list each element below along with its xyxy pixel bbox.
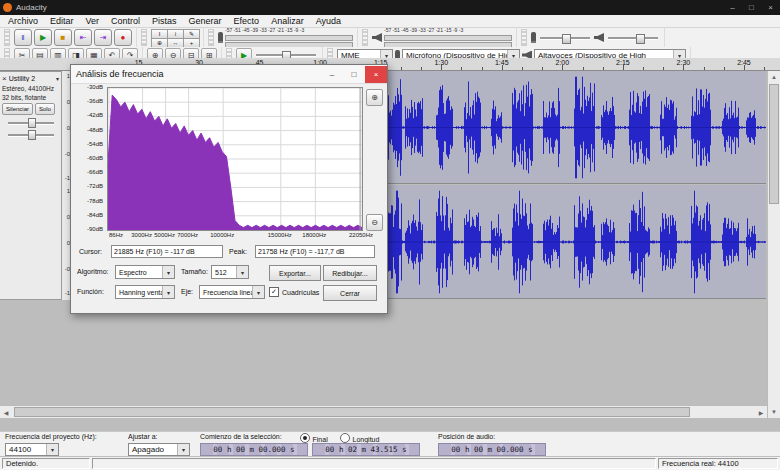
- gain-slider[interactable]: [6, 117, 56, 128]
- playback-meter-body[interactable]: -57 -51 -45 -39 -33 -27 -21 -15 -9 -3: [384, 27, 512, 48]
- x-axis-label: 10000Hz: [210, 232, 234, 238]
- grabber-icon[interactable]: [4, 29, 10, 46]
- selection-start-field[interactable]: 00 h 00 m 00.000 s: [200, 443, 308, 456]
- timeline-label: 2:45: [737, 59, 751, 66]
- project-rate-select[interactable]: 44100▾: [5, 443, 59, 456]
- menu-item-analizar[interactable]: Analizar: [265, 16, 310, 26]
- output-volume-slider[interactable]: [606, 32, 660, 44]
- dialog-close-button[interactable]: ×: [365, 66, 387, 83]
- skip-start-button[interactable]: ⇤: [74, 29, 92, 46]
- chevron-down-icon: ▾: [177, 444, 189, 455]
- vertical-scrollbar[interactable]: ▲ ▼: [767, 71, 780, 418]
- scroll-down-arrow-icon[interactable]: ▼: [768, 406, 780, 418]
- plot-zoom-in-button[interactable]: ⊕: [366, 89, 383, 106]
- horizontal-scroll-thumb[interactable]: [14, 407, 690, 417]
- stop-button[interactable]: ■: [54, 29, 72, 46]
- horizontal-scrollbar[interactable]: ◀ ▶: [0, 405, 767, 418]
- x-axis-label: 18000Hz: [302, 232, 326, 238]
- axis-label: Eje:: [181, 285, 193, 298]
- y-axis-label: -72dB: [87, 183, 103, 190]
- radio-length-icon[interactable]: [340, 433, 350, 443]
- snap-to-select[interactable]: Apagado▾: [128, 443, 190, 456]
- audio-position-field[interactable]: 00 h 00 m 00.000 s: [438, 443, 546, 456]
- radio-length-label: Longitud: [353, 436, 380, 443]
- play-button[interactable]: ▶: [34, 29, 52, 46]
- axis-select[interactable]: Frecuencia lineal▾: [199, 285, 265, 299]
- spectrum-plot[interactable]: [107, 87, 363, 231]
- y-axis-label: -54dB: [87, 141, 103, 148]
- scroll-left-arrow-icon[interactable]: ◀: [0, 406, 12, 418]
- timeline-label: 2:15: [616, 59, 630, 66]
- toolbar-row-1: ‖▶■⇤⇥● I≀✎⊕↔+ -57 -51 -45 -39 -33 -27 -2…: [0, 28, 780, 47]
- chevron-down-icon: ▾: [236, 266, 248, 278]
- menu-item-ver[interactable]: Ver: [80, 16, 106, 26]
- window-title: Audacity: [16, 3, 47, 12]
- input-volume-slider[interactable]: [538, 32, 592, 44]
- window-close-button[interactable]: ×: [761, 0, 780, 15]
- dialog-minimize-button[interactable]: –: [321, 66, 343, 83]
- vertical-scroll-thumb[interactable]: [769, 84, 779, 204]
- track-close-icon[interactable]: ×: [2, 74, 7, 83]
- zoom-tool[interactable]: ⊕: [151, 38, 168, 48]
- grabber-icon[interactable]: [521, 29, 527, 46]
- cursor-label: Cursor:: [79, 245, 102, 258]
- scroll-right-arrow-icon[interactable]: ▶: [755, 406, 767, 418]
- skip-end-button[interactable]: ⇥: [94, 29, 112, 46]
- menu-item-archivo[interactable]: Archivo: [2, 16, 44, 26]
- size-select[interactable]: 512▾: [211, 265, 249, 279]
- menu-item-ayuda[interactable]: Ayuda: [310, 16, 347, 26]
- function-select[interactable]: Hanning ventana▾: [115, 285, 175, 299]
- replot-button[interactable]: Redibujar...: [323, 265, 377, 281]
- close-button[interactable]: Cerrar: [323, 285, 377, 301]
- chevron-down-icon: ▾: [46, 444, 58, 455]
- grabber-icon[interactable]: [208, 29, 214, 46]
- playback-meter: -57 -51 -45 -39 -33 -27 -21 -15 -9 -3: [358, 28, 517, 47]
- record-icon: ●: [121, 34, 126, 42]
- window-maximize-button[interactable]: □: [742, 0, 761, 15]
- record-button[interactable]: ●: [114, 29, 132, 46]
- size-label: Tamaño:: [181, 265, 208, 278]
- checkbox-checked-icon[interactable]: ✓: [269, 287, 279, 297]
- timeline-tick: [764, 67, 765, 70]
- multi-tool[interactable]: +: [183, 38, 200, 48]
- menu-item-generar[interactable]: Generar: [183, 16, 228, 26]
- chevron-down-icon: ▾: [252, 286, 264, 298]
- pause-button[interactable]: ‖: [14, 29, 32, 46]
- dialog-maximize-button[interactable]: □: [343, 66, 365, 83]
- recording-meter-scale: -57 -51 -45 -39 -33 -27 -21 -15 -9 -3: [225, 27, 353, 34]
- project-rate-label: Frecuencia del proyecto (Hz):: [5, 433, 97, 440]
- menu-item-control[interactable]: Control: [105, 16, 146, 26]
- track-menu-arrow-icon[interactable]: ▾: [56, 75, 59, 82]
- algorithm-select[interactable]: Espectro▾: [115, 265, 175, 279]
- timeline-label: 1:45: [495, 59, 509, 66]
- y-axis-label: -36dB: [87, 98, 103, 105]
- recording-meter-body[interactable]: -57 -51 -45 -39 -33 -27 -21 -15 -9 -3: [225, 27, 353, 48]
- menu-item-pistas[interactable]: Pistas: [146, 16, 183, 26]
- gridlines-checkbox-group[interactable]: ✓ Cuadrículas: [269, 285, 319, 299]
- mute-button[interactable]: Silenciar: [2, 103, 33, 115]
- menu-item-editar[interactable]: Editar: [44, 16, 80, 26]
- grabber-icon[interactable]: [362, 29, 368, 46]
- grabber-icon[interactable]: [141, 29, 147, 46]
- scroll-up-arrow-icon[interactable]: ▲: [768, 71, 780, 83]
- timeline-label: 2:00: [556, 59, 570, 66]
- pan-slider[interactable]: [6, 129, 56, 140]
- tools-toolbar: I≀✎⊕↔+: [137, 28, 204, 47]
- zoom-in-icon: ⊕: [371, 93, 378, 102]
- timeshift-tool[interactable]: ↔: [167, 38, 184, 48]
- menu-item-efecto[interactable]: Efecto: [228, 16, 266, 26]
- radio-end-icon[interactable]: [300, 433, 310, 443]
- dialog-title-bar[interactable]: Análisis de frecuencia – □ ×: [71, 65, 387, 84]
- x-axis-label: 22050Hz: [349, 232, 373, 238]
- track-name[interactable]: Ustility 2: [9, 75, 54, 82]
- recording-meter: -57 -51 -45 -39 -33 -27 -21 -15 -9 -3: [204, 28, 358, 47]
- solo-button[interactable]: Solo: [35, 103, 55, 115]
- plot-zoom-out-button[interactable]: ⊖: [366, 214, 383, 231]
- selection-end-field[interactable]: 00 h 02 m 43.515 s: [312, 443, 420, 456]
- zoom-out-icon: ⊖: [371, 218, 378, 227]
- window-minimize-button[interactable]: –: [723, 0, 742, 15]
- timeline-tick: [603, 67, 604, 70]
- export-button[interactable]: Exportar...: [269, 265, 321, 281]
- peak-label: Peak:: [229, 245, 247, 258]
- y-axis-label: -84dB: [87, 212, 103, 219]
